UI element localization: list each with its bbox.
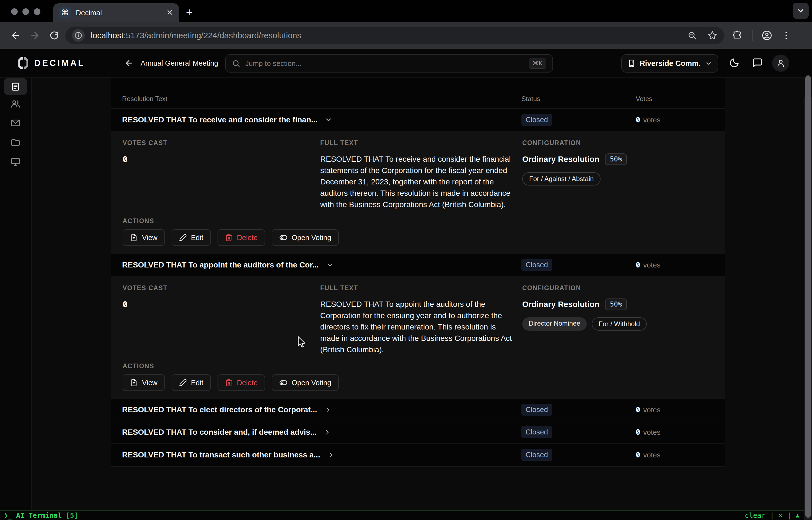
edit-button[interactable]: Edit xyxy=(171,229,211,246)
tab-overflow-button[interactable] xyxy=(793,3,809,19)
mouse-cursor xyxy=(296,336,308,348)
edit-button-label: Edit xyxy=(191,233,204,242)
browser-toolbar: localhost:5173/admin/meeting/224/dashboa… xyxy=(0,22,812,49)
column-votes: Votes xyxy=(636,95,725,103)
arrow-left-icon xyxy=(125,59,133,68)
site-info-icon[interactable] xyxy=(72,29,85,42)
terminal-expand-button[interactable]: ▲ xyxy=(796,512,799,519)
arrow-right-icon xyxy=(30,30,40,41)
table-header-row: Resolution Text Status Votes xyxy=(111,78,725,108)
edit-button-label: Edit xyxy=(191,379,204,387)
edit-button[interactable]: Edit xyxy=(171,374,211,391)
table-row[interactable]: RESOLVED THAT To consider and, if deemed… xyxy=(111,421,725,444)
terminal-close-button[interactable]: × xyxy=(779,512,783,519)
table-row[interactable]: RESOLVED THAT To receive and consider th… xyxy=(111,108,725,131)
url-path: :5173/admin/meeting/224/dashboard/resolu… xyxy=(124,31,301,40)
sidebar-item-documents[interactable] xyxy=(4,134,27,151)
open-voting-button-label: Open Voting xyxy=(292,379,331,387)
terminal-separator: | xyxy=(787,512,791,519)
bookmark-star-icon[interactable] xyxy=(707,30,718,41)
back-to-meetings-button[interactable] xyxy=(125,59,133,68)
full-text-value: RESOLVED THAT To appoint the auditors of… xyxy=(320,298,514,355)
new-tab-button[interactable]: + xyxy=(186,7,192,18)
jump-to-section-search[interactable]: Jump to section... ⌘K xyxy=(225,54,553,73)
terminal-count-badge: [5] xyxy=(66,512,78,519)
chevron-down-icon[interactable] xyxy=(326,261,334,269)
moon-icon xyxy=(729,58,739,68)
full-text-label: FULL TEXT xyxy=(320,284,514,292)
scrollbar-thumb[interactable] xyxy=(805,75,811,518)
delete-button[interactable]: Delete xyxy=(218,374,265,391)
extensions-puzzle-icon[interactable] xyxy=(732,30,743,41)
chevron-right-icon[interactable] xyxy=(327,451,334,459)
toolbar-divider xyxy=(752,30,753,41)
chevron-right-icon[interactable] xyxy=(324,406,331,413)
folder-icon xyxy=(10,137,21,147)
view-button[interactable]: View xyxy=(123,229,165,246)
close-window-button[interactable] xyxy=(11,8,18,15)
threshold-badge: 50% xyxy=(605,298,627,310)
account-button[interactable] xyxy=(772,55,789,72)
app-header: DECIMAL Annual General Meeting Jump to s… xyxy=(0,49,812,78)
open-voting-button[interactable]: Open Voting xyxy=(272,229,339,246)
table-row[interactable]: RESOLVED THAT To appoint the auditors of… xyxy=(111,254,725,276)
sidebar-item-invitations[interactable] xyxy=(4,114,27,132)
message-square-icon xyxy=(752,58,763,68)
view-button-label: View xyxy=(142,379,158,387)
votes-word: votes xyxy=(643,261,660,269)
reload-icon xyxy=(50,31,59,40)
url-host: localhost xyxy=(91,31,124,40)
org-switcher-button[interactable]: Riverside Comm... xyxy=(621,54,718,73)
decimal-logo-icon xyxy=(17,57,29,70)
theme-toggle-button[interactable] xyxy=(729,58,739,68)
sidebar-item-resolutions[interactable] xyxy=(4,78,27,95)
config-tag: For / Against / Abstain xyxy=(522,172,600,185)
back-button[interactable] xyxy=(8,28,23,43)
delete-button-label: Delete xyxy=(237,379,258,387)
votes-word: votes xyxy=(643,406,660,414)
feedback-button[interactable] xyxy=(752,58,763,68)
file-text-icon xyxy=(130,379,138,387)
threshold-badge: 50% xyxy=(605,153,627,165)
forward-button[interactable] xyxy=(28,28,42,43)
chevron-down-icon[interactable] xyxy=(325,116,332,124)
kebab-menu-icon[interactable] xyxy=(781,30,791,41)
ai-terminal-bar[interactable]: ❯_ AI Terminal [5] clear | × | ▲ xyxy=(0,510,812,520)
resolution-details-panel: VOTES CAST 0 FULL TEXT RESOLVED THAT To … xyxy=(111,276,725,399)
browser-window: ⌘ Decimal ✕ + localhost:5173/admin/meeti… xyxy=(0,0,812,520)
pencil-icon xyxy=(179,379,187,387)
status-badge: Closed xyxy=(521,426,552,438)
votes-count: 0 xyxy=(636,406,640,414)
sidebar-nav xyxy=(0,78,31,510)
config-tag: Director Nominee xyxy=(522,317,587,331)
column-resolution-text: Resolution Text xyxy=(111,95,521,103)
minimize-window-button[interactable] xyxy=(22,8,29,15)
browser-tab[interactable]: ⌘ Decimal ✕ xyxy=(53,3,179,22)
mail-icon xyxy=(10,118,21,128)
status-badge: Closed xyxy=(521,449,552,461)
address-bar[interactable]: localhost:5173/admin/meeting/224/dashboa… xyxy=(65,27,724,44)
search-icon xyxy=(232,59,240,68)
profile-icon[interactable] xyxy=(761,30,773,41)
reload-button[interactable] xyxy=(47,28,61,43)
tab-close-icon[interactable]: ✕ xyxy=(167,9,173,17)
chevron-right-icon[interactable] xyxy=(324,428,331,436)
votes-cast-value: 0 xyxy=(123,300,128,309)
open-voting-button[interactable]: Open Voting xyxy=(272,374,339,391)
zoom-out-icon[interactable] xyxy=(687,31,697,40)
app-logo[interactable]: DECIMAL xyxy=(17,49,85,78)
table-row[interactable]: RESOLVED THAT To elect directors of the … xyxy=(111,399,725,421)
sidebar-item-display[interactable] xyxy=(4,153,27,170)
url-text[interactable]: localhost:5173/admin/meeting/224/dashboa… xyxy=(91,31,301,40)
resolution-title: RESOLVED THAT To consider and, if deemed… xyxy=(122,428,317,437)
table-row[interactable]: RESOLVED THAT To transact such other bus… xyxy=(111,444,725,466)
votes-count: 0 xyxy=(636,261,640,269)
sidebar-item-members[interactable] xyxy=(4,95,27,112)
terminal-clear-button[interactable]: clear xyxy=(745,512,765,519)
meeting-title: Annual General Meeting xyxy=(141,59,218,68)
view-button[interactable]: View xyxy=(123,374,165,391)
delete-button[interactable]: Delete xyxy=(218,229,265,246)
column-status: Status xyxy=(521,95,636,103)
chevron-down-icon xyxy=(796,7,805,15)
zoom-window-button[interactable] xyxy=(34,8,40,15)
